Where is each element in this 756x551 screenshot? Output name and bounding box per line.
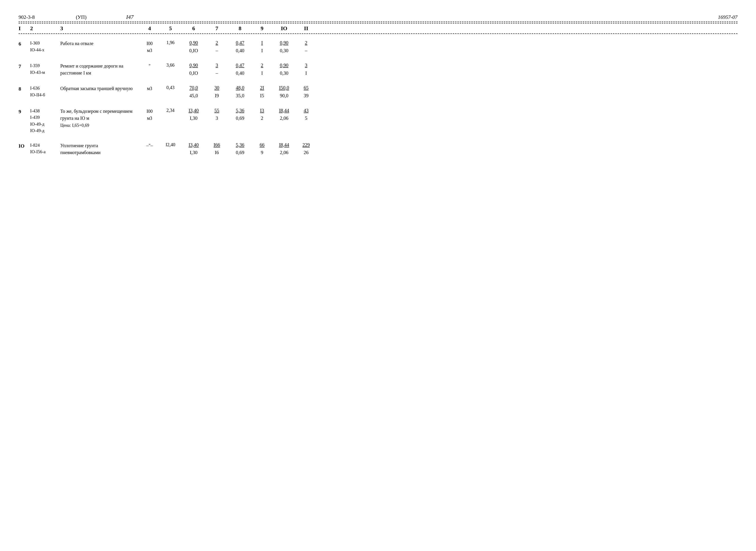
column-headers: I 2 3 4 5 6 7 8 9 IO II — [19, 23, 737, 34]
header-number: I47 — [116, 14, 144, 20]
col9-cell: 669 — [253, 141, 271, 157]
col-header-3: 3 — [60, 25, 139, 32]
col9-cell: II — [253, 39, 271, 55]
row-number: 8 — [19, 84, 30, 92]
col10-cell: I8,442,06 — [271, 107, 297, 122]
col7-cell: 553 — [206, 107, 227, 122]
col-header-5: 5 — [160, 25, 181, 32]
col6-cell: 0,900,IO — [181, 39, 206, 55]
row-price: 1,96 — [160, 39, 181, 45]
row-description: Работа на отвале — [60, 39, 139, 47]
row-unit: I00м3 — [139, 107, 160, 122]
header-code: 902-3-8 — [19, 14, 46, 20]
table-row: 8I-636 IO-II4-бОбратная засыпка траншей … — [19, 81, 737, 102]
col11-cell: 22926 — [297, 141, 315, 157]
col-header-8: 8 — [227, 25, 253, 32]
col-header-6: 6 — [181, 25, 206, 32]
col6-cell: I3,40I,30 — [181, 107, 206, 122]
col8-cell: 5,360,69 — [227, 141, 253, 157]
row-price: 3,66 — [160, 61, 181, 68]
col10-cell: I50,090,0 — [271, 84, 297, 100]
row-codes: I-636 IO-II4-б — [30, 84, 60, 98]
row-description: Обратная засыпка траншей вручную — [60, 84, 139, 92]
header-right-code: 16957-07 — [718, 14, 737, 20]
row-number: 6 — [19, 39, 30, 47]
col9-cell: I32 — [253, 107, 271, 122]
col11-cell: 2– — [297, 39, 315, 55]
row-price: I2,40 — [160, 141, 181, 147]
col8-cell: 5,360,69 — [227, 107, 253, 122]
row-price: 2,34 — [160, 107, 181, 113]
table-row: 6I-369 IO-44-хРабота на отвалеI00м31,960… — [19, 36, 737, 57]
header-divider — [19, 22, 737, 22]
col10-cell: I8,442,06 — [271, 141, 297, 157]
col7-cell: 3– — [206, 61, 227, 77]
col7-cell: 2– — [206, 39, 227, 55]
row-number: IO — [19, 141, 30, 149]
col8-cell: 48,035,0 — [227, 84, 253, 100]
row-codes: I-369 IO-44-х — [30, 39, 60, 53]
row-unit: I00м3 — [139, 39, 160, 54]
row-unit: " — [139, 61, 160, 69]
col6-cell: 0,900,IO — [181, 61, 206, 77]
row-codes: I-824 IO-I56-а — [30, 141, 60, 155]
table-row: 9I-438 I-439 IO-49-д IO-49-дТо же, бульд… — [19, 104, 737, 137]
header-type: (УП) — [60, 14, 102, 20]
col6-cell: I3,40I,30 — [181, 141, 206, 157]
col9-cell: 2II5 — [253, 84, 271, 100]
col8-cell: 0,470,40 — [227, 61, 253, 77]
col-header-10: IO — [271, 25, 297, 32]
row-number: 9 — [19, 107, 30, 115]
row-codes: I-438 I-439 IO-49-д IO-49-д — [30, 107, 60, 134]
row-description: Уплотнение грунта пневмотрамбовками — [60, 141, 139, 156]
col-header-4: 4 — [139, 25, 160, 32]
col10-cell: 0,900,30 — [271, 39, 297, 55]
row-unit: м3 — [139, 84, 160, 92]
col8-cell: 0,470,40 — [227, 39, 253, 55]
col7-cell: I66I6 — [206, 141, 227, 157]
row-description: То же, бульдозером с перемещением грунта… — [60, 107, 139, 129]
col6-cell: 70,045,0 — [181, 84, 206, 100]
row-codes: I-359 IO-43-м — [30, 61, 60, 76]
col-header-7: 7 — [206, 25, 227, 32]
col7-cell: 30I9 — [206, 84, 227, 100]
col10-cell: 0,900,30 — [271, 61, 297, 77]
row-description: Ремонт и содержание дороги на расстояние… — [60, 61, 139, 76]
table-row: IOI-824 IO-I56-аУплотнение грунта пневмо… — [19, 138, 737, 159]
row-number: 7 — [19, 61, 30, 69]
col-header-2: 2 — [30, 25, 60, 32]
col11-cell: 3I — [297, 61, 315, 77]
table-body: 6I-369 IO-44-хРабота на отвалеI00м31,960… — [19, 36, 737, 159]
row-unit: –"– — [139, 141, 160, 149]
table-row: 7I-359 IO-43-мРемонт и содержание дороги… — [19, 59, 737, 80]
col11-cell: 435 — [297, 107, 315, 122]
col11-cell: 6539 — [297, 84, 315, 100]
col-header-11: II — [297, 25, 315, 32]
col9-cell: 2I — [253, 61, 271, 77]
row-price: 0,43 — [160, 84, 181, 90]
col-header-9: 9 — [253, 25, 271, 32]
col-header-1: I — [19, 25, 30, 32]
